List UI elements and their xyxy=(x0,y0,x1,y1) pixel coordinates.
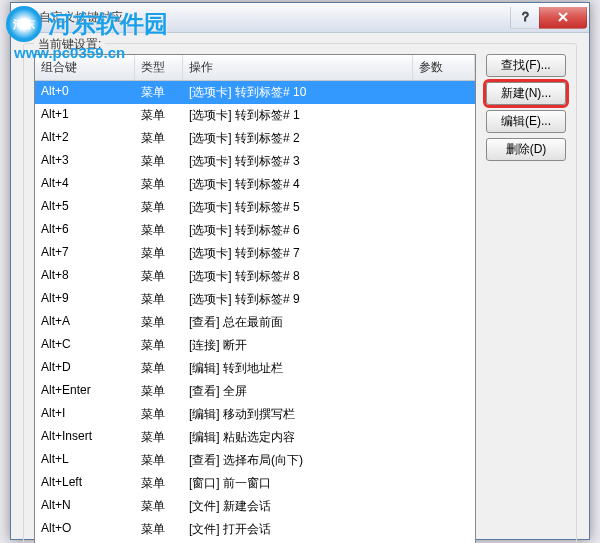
cell-type: 菜单 xyxy=(135,359,183,378)
cell-type: 菜单 xyxy=(135,106,183,125)
table-row[interactable]: Alt+5菜单[选项卡] 转到标签# 5 xyxy=(35,196,475,219)
cell-op: [文件] 打开会话 xyxy=(183,520,413,539)
cell-op: [选项卡] 转到标签# 2 xyxy=(183,129,413,148)
cell-param xyxy=(413,359,475,378)
cell-param xyxy=(413,497,475,516)
cell-op: [选项卡] 转到标签# 5 xyxy=(183,198,413,217)
table-row[interactable]: Alt+N菜单[文件] 新建会话 xyxy=(35,495,475,518)
cell-param xyxy=(413,175,475,194)
key-table[interactable]: 组合键 类型 操作 参数 Alt+0菜单[选项卡] 转到标签# 10Alt+1菜… xyxy=(34,54,476,543)
table-row[interactable]: Alt+8菜单[选项卡] 转到标签# 8 xyxy=(35,265,475,288)
table-row[interactable]: Alt+L菜单[查看] 选择布局(向下) xyxy=(35,449,475,472)
cell-param xyxy=(413,267,475,286)
cell-key: Alt+C xyxy=(35,336,135,355)
table-row[interactable]: Alt+A菜单[查看] 总在最前面 xyxy=(35,311,475,334)
cell-key: Alt+N xyxy=(35,497,135,516)
col-param[interactable]: 参数 xyxy=(413,55,475,80)
cell-type: 菜单 xyxy=(135,244,183,263)
cell-param xyxy=(413,83,475,102)
cell-key: Alt+Insert xyxy=(35,428,135,447)
col-type[interactable]: 类型 xyxy=(135,55,183,80)
cell-param xyxy=(413,129,475,148)
cell-op: [选项卡] 转到标签# 10 xyxy=(183,83,413,102)
cell-param xyxy=(413,428,475,447)
cell-type: 菜单 xyxy=(135,405,183,424)
cell-type: 菜单 xyxy=(135,382,183,401)
cell-key: Alt+8 xyxy=(35,267,135,286)
cell-param xyxy=(413,313,475,332)
cell-key: Alt+0 xyxy=(35,83,135,102)
cell-key: Alt+3 xyxy=(35,152,135,171)
cell-key: Alt+9 xyxy=(35,290,135,309)
cell-op: [选项卡] 转到标签# 6 xyxy=(183,221,413,240)
cell-op: [查看] 总在最前面 xyxy=(183,313,413,332)
cell-op: [编辑] 转到地址栏 xyxy=(183,359,413,378)
cell-type: 菜单 xyxy=(135,497,183,516)
cell-op: [选项卡] 转到标签# 3 xyxy=(183,152,413,171)
table-row[interactable]: Alt+1菜单[选项卡] 转到标签# 1 xyxy=(35,104,475,127)
cell-op: [编辑] 粘贴选定内容 xyxy=(183,428,413,447)
cell-key: Alt+I xyxy=(35,405,135,424)
table-row[interactable]: Alt+Enter菜单[查看] 全屏 xyxy=(35,380,475,403)
cell-param xyxy=(413,474,475,493)
table-row[interactable]: Alt+C菜单[连接] 断开 xyxy=(35,334,475,357)
cell-key: Alt+A xyxy=(35,313,135,332)
col-op[interactable]: 操作 xyxy=(183,55,413,80)
cell-type: 菜单 xyxy=(135,129,183,148)
table-row[interactable]: Alt+Left菜单[窗口] 前一窗口 xyxy=(35,472,475,495)
table-row[interactable]: Alt+7菜单[选项卡] 转到标签# 7 xyxy=(35,242,475,265)
cell-param xyxy=(413,520,475,539)
cell-param xyxy=(413,405,475,424)
close-button[interactable] xyxy=(539,7,587,29)
table-header: 组合键 类型 操作 参数 xyxy=(35,55,475,81)
edit-button[interactable]: 编辑(E)... xyxy=(486,110,566,133)
cell-param xyxy=(413,382,475,401)
table-row[interactable]: Alt+I菜单[编辑] 移动到撰写栏 xyxy=(35,403,475,426)
cell-key: Alt+2 xyxy=(35,129,135,148)
cell-type: 菜单 xyxy=(135,152,183,171)
dialog-window: 自定义按键对应 ? 当前键设置: 组合键 类型 操作 参数 Alt+0菜单[选项… xyxy=(10,2,590,540)
cell-op: [选项卡] 转到标签# 4 xyxy=(183,175,413,194)
table-row[interactable]: Alt+6菜单[选项卡] 转到标签# 6 xyxy=(35,219,475,242)
find-button[interactable]: 查找(F)... xyxy=(486,54,566,77)
col-key[interactable]: 组合键 xyxy=(35,55,135,80)
new-button[interactable]: 新建(N)... xyxy=(486,82,566,105)
help-button[interactable]: ? xyxy=(510,7,540,29)
dialog-title: 自定义按键对应 xyxy=(39,9,511,26)
table-row[interactable]: Alt+9菜单[选项卡] 转到标签# 9 xyxy=(35,288,475,311)
cell-op: [窗口] 前一窗口 xyxy=(183,474,413,493)
cell-type: 菜单 xyxy=(135,175,183,194)
cell-op: [查看] 全屏 xyxy=(183,382,413,401)
cell-op: [选项卡] 转到标签# 7 xyxy=(183,244,413,263)
cell-param xyxy=(413,152,475,171)
cell-param xyxy=(413,290,475,309)
table-row[interactable]: Alt+2菜单[选项卡] 转到标签# 2 xyxy=(35,127,475,150)
cell-type: 菜单 xyxy=(135,83,183,102)
table-row[interactable]: Alt+D菜单[编辑] 转到地址栏 xyxy=(35,357,475,380)
table-row[interactable]: Alt+Insert菜单[编辑] 粘贴选定内容 xyxy=(35,426,475,449)
cell-key: Alt+D xyxy=(35,359,135,378)
cell-op: [连接] 断开 xyxy=(183,336,413,355)
titlebar[interactable]: 自定义按键对应 ? xyxy=(11,3,589,33)
cell-type: 菜单 xyxy=(135,221,183,240)
cell-op: [选项卡] 转到标签# 1 xyxy=(183,106,413,125)
cell-op: [文件] 新建会话 xyxy=(183,497,413,516)
cell-op: [选项卡] 转到标签# 9 xyxy=(183,290,413,309)
cell-key: Alt+1 xyxy=(35,106,135,125)
cell-key: Alt+7 xyxy=(35,244,135,263)
delete-button[interactable]: 删除(D) xyxy=(486,138,566,161)
cell-type: 菜单 xyxy=(135,520,183,539)
cell-op: [编辑] 移动到撰写栏 xyxy=(183,405,413,424)
cell-param xyxy=(413,106,475,125)
table-row[interactable]: Alt+O菜单[文件] 打开会话 xyxy=(35,518,475,541)
table-row[interactable]: Alt+0菜单[选项卡] 转到标签# 10 xyxy=(35,81,475,104)
cell-key: Alt+5 xyxy=(35,198,135,217)
cell-key: Alt+Enter xyxy=(35,382,135,401)
cell-type: 菜单 xyxy=(135,474,183,493)
cell-param xyxy=(413,244,475,263)
table-row[interactable]: Alt+4菜单[选项卡] 转到标签# 4 xyxy=(35,173,475,196)
cell-key: Alt+L xyxy=(35,451,135,470)
table-body[interactable]: Alt+0菜单[选项卡] 转到标签# 10Alt+1菜单[选项卡] 转到标签# … xyxy=(35,81,475,543)
cell-op: [选项卡] 转到标签# 8 xyxy=(183,267,413,286)
table-row[interactable]: Alt+3菜单[选项卡] 转到标签# 3 xyxy=(35,150,475,173)
